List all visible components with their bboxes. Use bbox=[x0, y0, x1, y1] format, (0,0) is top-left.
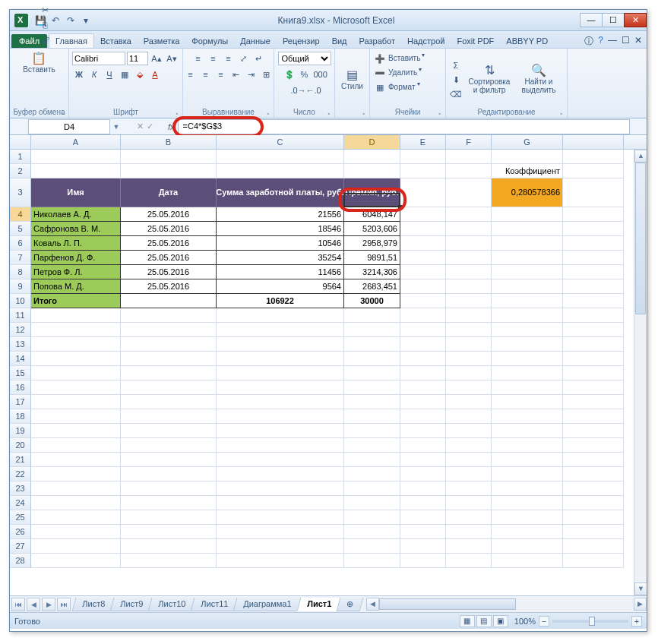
ribbon-minimize-icon[interactable]: ⓘ bbox=[584, 35, 593, 48]
fill-color-icon[interactable]: ⬙ bbox=[133, 68, 147, 81]
coef-label-cell[interactable]: Коэффициент bbox=[492, 164, 563, 178]
row-header[interactable]: 5 bbox=[10, 222, 31, 236]
row-header[interactable]: 19 bbox=[10, 424, 31, 438]
increase-indent-icon[interactable]: ⇥ bbox=[245, 68, 258, 81]
active-cell[interactable]: 6048,147 bbox=[344, 207, 400, 222]
sheet-nav-last-icon[interactable]: ⏭ bbox=[57, 598, 71, 611]
tab-developer[interactable]: Разработ bbox=[353, 34, 401, 48]
row-header[interactable]: 27 bbox=[10, 539, 31, 554]
delete-cells-button[interactable]: ➖Удалить▾ bbox=[373, 66, 422, 80]
increase-decimal-icon[interactable]: .0→ bbox=[290, 84, 304, 97]
row-header[interactable]: 11 bbox=[10, 308, 31, 323]
row-header[interactable]: 21 bbox=[10, 453, 31, 467]
font-size-select[interactable] bbox=[127, 52, 148, 65]
sheet-nav-next-icon[interactable]: ▶ bbox=[42, 598, 55, 611]
underline-icon[interactable]: Ч bbox=[103, 68, 116, 81]
zoom-out-button[interactable]: − bbox=[539, 616, 549, 627]
new-sheet-tab[interactable]: ⊕ bbox=[336, 598, 363, 611]
border-icon[interactable]: ▦ bbox=[118, 68, 131, 81]
row-header[interactable]: 24 bbox=[10, 496, 31, 510]
row-header[interactable]: 16 bbox=[10, 380, 31, 395]
row-header[interactable]: 1 bbox=[10, 150, 31, 164]
minimize-button[interactable]: — bbox=[580, 13, 603, 27]
styles-button[interactable]: ▤ Стили bbox=[338, 67, 366, 92]
col-header-F[interactable]: F bbox=[446, 135, 492, 149]
table-cell[interactable]: 25.05.2016 bbox=[121, 222, 217, 236]
align-center-icon[interactable]: ≡ bbox=[199, 68, 213, 81]
align-right-icon[interactable]: ≡ bbox=[214, 68, 228, 81]
currency-icon[interactable]: 💲 bbox=[283, 68, 296, 81]
col-header-B[interactable]: B bbox=[121, 135, 217, 149]
page-break-view-icon[interactable]: ▣ bbox=[493, 615, 508, 627]
paste-button[interactable]: 📋 Вставить bbox=[20, 50, 58, 75]
maximize-button[interactable]: ☐ bbox=[602, 13, 625, 27]
format-cells-button[interactable]: ▦Формат▾ bbox=[373, 80, 420, 94]
sort-filter-button[interactable]: ⇅ Сортировка и фильтр bbox=[464, 62, 514, 96]
tab-insert[interactable]: Вставка bbox=[94, 34, 138, 48]
mdi-minimize-icon[interactable]: — bbox=[608, 35, 617, 48]
row-header[interactable]: 4 bbox=[10, 207, 31, 222]
scroll-thumb[interactable] bbox=[635, 163, 646, 314]
mdi-restore-icon[interactable]: ☐ bbox=[622, 35, 630, 48]
hscroll-thumb[interactable] bbox=[379, 598, 516, 610]
cut-icon[interactable]: ✂ bbox=[38, 3, 52, 17]
zoom-in-button[interactable]: + bbox=[631, 616, 642, 627]
col-header-E[interactable]: E bbox=[400, 135, 446, 149]
shrink-font-icon[interactable]: A▾ bbox=[165, 52, 179, 65]
italic-icon[interactable]: К bbox=[87, 68, 101, 81]
mdi-close-icon[interactable]: ✕ bbox=[634, 35, 642, 48]
table-cell[interactable]: 2683,451 bbox=[344, 279, 400, 294]
percent-icon[interactable]: % bbox=[298, 68, 312, 81]
table-cell[interactable]: 25.05.2016 bbox=[121, 265, 217, 279]
format-painter-icon[interactable]: 🖌 bbox=[38, 33, 52, 47]
align-left-icon[interactable]: ≡ bbox=[184, 68, 198, 81]
header-salary[interactable]: Сумма заработной платы, руб. bbox=[217, 178, 344, 207]
total-label-cell[interactable]: Итого bbox=[31, 294, 121, 308]
col-header-D[interactable]: D bbox=[344, 135, 400, 149]
tab-view[interactable]: Вид bbox=[326, 34, 353, 48]
table-cell[interactable]: 21556 bbox=[217, 207, 344, 222]
table-cell[interactable]: Парфенов Д. Ф. bbox=[31, 251, 121, 265]
row-header[interactable]: 20 bbox=[10, 438, 31, 453]
table-cell[interactable]: Сафронова В. М. bbox=[31, 222, 121, 236]
sheet-tab[interactable]: Лист11 bbox=[191, 598, 239, 611]
row-header[interactable]: 25 bbox=[10, 510, 31, 525]
tab-data[interactable]: Данные bbox=[234, 34, 277, 48]
name-box[interactable] bbox=[28, 119, 110, 134]
table-cell[interactable]: Петров Ф. Л. bbox=[31, 265, 121, 279]
scroll-down-icon[interactable]: ▼ bbox=[634, 582, 647, 595]
row-header[interactable]: 18 bbox=[10, 409, 31, 424]
vertical-scrollbar[interactable]: ▲ ▼ bbox=[634, 150, 647, 595]
coef-value-cell[interactable]: 0,280578366 bbox=[492, 178, 563, 207]
sheet-nav-prev-icon[interactable]: ◀ bbox=[27, 598, 40, 611]
insert-cells-button[interactable]: ➕Вставить▾ bbox=[373, 52, 425, 65]
close-button[interactable]: ✕ bbox=[624, 13, 647, 27]
sheet-tab[interactable]: Лист8 bbox=[72, 598, 115, 611]
select-all-corner[interactable] bbox=[10, 135, 31, 149]
total-salary-cell[interactable]: 106922 bbox=[217, 294, 344, 308]
confirm-formula-icon[interactable]: ✓ bbox=[147, 122, 153, 131]
tab-abbyy[interactable]: ABBYY PD bbox=[500, 34, 554, 48]
orientation-icon[interactable]: ⤢ bbox=[237, 52, 251, 65]
row-header[interactable]: 10 bbox=[10, 294, 31, 308]
decrease-decimal-icon[interactable]: ←.0 bbox=[305, 84, 319, 97]
redo-icon[interactable]: ↷ bbox=[65, 14, 77, 27]
decrease-indent-icon[interactable]: ⇤ bbox=[229, 68, 243, 81]
col-header-C[interactable]: C bbox=[217, 135, 344, 149]
zoom-level[interactable]: 100% bbox=[514, 617, 536, 626]
bold-icon[interactable]: Ж bbox=[72, 68, 86, 81]
row-header[interactable]: 14 bbox=[10, 352, 31, 366]
sheet-tab[interactable]: Лист9 bbox=[110, 598, 153, 611]
normal-view-icon[interactable]: ▦ bbox=[460, 615, 475, 627]
header-date[interactable]: Дата bbox=[121, 178, 217, 207]
table-cell[interactable]: 35254 bbox=[217, 251, 344, 265]
sheet-tab-active[interactable]: Лист1 bbox=[296, 598, 341, 611]
table-cell[interactable]: 18546 bbox=[217, 222, 344, 236]
horizontal-scrollbar[interactable]: ◀ ▶ bbox=[366, 598, 647, 611]
row-header[interactable]: 7 bbox=[10, 251, 31, 265]
scroll-right-icon[interactable]: ▶ bbox=[634, 598, 647, 611]
total-bonus-cell[interactable]: 30000 bbox=[344, 294, 400, 308]
align-top-icon[interactable]: ≡ bbox=[191, 52, 205, 65]
wrap-text-icon[interactable]: ↵ bbox=[252, 52, 266, 65]
col-header-G[interactable]: G bbox=[492, 135, 563, 149]
